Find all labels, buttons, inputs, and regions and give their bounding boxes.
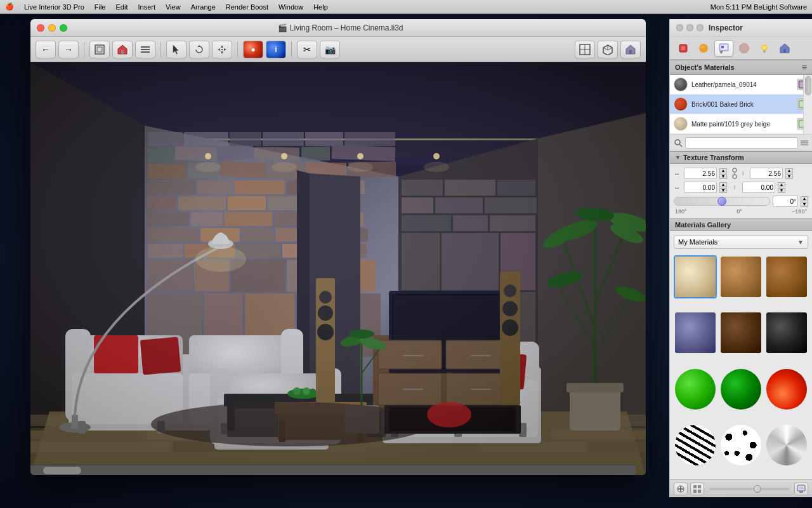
offset-y-stepper[interactable]: ▲ ▼: [778, 182, 785, 193]
gallery-dropdown[interactable]: My Materials ▼: [674, 235, 808, 249]
material-item-matte[interactable]: Matte paint/1019 grey beige: [670, 114, 812, 134]
gallery-item-11[interactable]: [765, 424, 808, 467]
gallery-item-2[interactable]: [765, 255, 808, 298]
svg-rect-1: [97, 47, 102, 52]
gallery-item-3[interactable]: [674, 311, 717, 354]
menu-app-name[interactable]: Live Interior 3D Pro: [24, 3, 84, 11]
tool-cut[interactable]: ✂: [297, 41, 317, 58]
gallery-add-button[interactable]: [674, 483, 688, 495]
svg-rect-245: [783, 49, 786, 53]
scale-y-stepper[interactable]: ▲ ▼: [785, 168, 793, 179]
gallery-item-5[interactable]: [765, 311, 808, 354]
gallery-size-slider[interactable]: [709, 488, 789, 490]
info-button[interactable]: i: [266, 41, 286, 58]
svg-line-253: [679, 144, 682, 147]
gallery-thumbnail-button[interactable]: [690, 483, 704, 495]
toolbar-sep-1: [84, 42, 84, 57]
scale-y-input[interactable]: [750, 168, 783, 179]
dropdown-arrow-icon: ▼: [797, 239, 804, 246]
rotation-slider-track[interactable]: [674, 197, 770, 206]
inspector-tab-house[interactable]: [775, 40, 794, 57]
rotation-value-input[interactable]: [773, 196, 798, 207]
inspector-tab-texture[interactable]: [735, 40, 754, 57]
scale-x-input[interactable]: [684, 168, 717, 179]
house-view-button[interactable]: [112, 41, 133, 58]
inspector-tab-material-sphere[interactable]: [694, 40, 713, 57]
rotation-label-180: 180°: [675, 208, 687, 215]
scale-y-down[interactable]: ▼: [785, 174, 793, 179]
viewport[interactable]: [30, 62, 646, 475]
scale-x-stepper[interactable]: ▲ ▼: [719, 168, 727, 179]
rotation-stepper[interactable]: ▲ ▼: [801, 196, 808, 207]
floor-plan-button[interactable]: [89, 41, 110, 58]
menu-render-boost[interactable]: Render Boost: [226, 3, 268, 11]
scale-x-up[interactable]: ▲: [719, 168, 727, 173]
close-button[interactable]: [37, 24, 44, 32]
select-tool[interactable]: [166, 41, 187, 58]
rotation-up[interactable]: ▲: [801, 196, 808, 201]
inspector-tab-light[interactable]: [755, 40, 774, 57]
nav-fwd-button[interactable]: →: [58, 41, 79, 58]
tool-camera[interactable]: 📷: [320, 41, 340, 58]
inspector-tab-object[interactable]: [674, 40, 693, 57]
filter-input[interactable]: [685, 137, 798, 149]
rotation-slider-thumb[interactable]: [717, 197, 726, 206]
gallery-size-thumb[interactable]: [754, 485, 761, 493]
maximize-button[interactable]: [60, 24, 67, 32]
offset-x-up[interactable]: ▲: [719, 182, 727, 187]
material-item-leather[interactable]: Leather/pamela_09014: [670, 75, 812, 95]
gallery-item-7[interactable]: [719, 368, 763, 411]
nav-back-button[interactable]: ←: [36, 41, 56, 58]
inspector-max[interactable]: [697, 24, 704, 31]
viewport-canvas[interactable]: [30, 62, 646, 475]
menu-arrange[interactable]: Arrange: [191, 3, 216, 11]
gallery-item-10[interactable]: [719, 424, 763, 467]
gallery-item-0[interactable]: [674, 255, 717, 298]
gallery-export-button[interactable]: [794, 483, 808, 495]
main-window: 🎬 Living Room – Home Cinema.li3d ← →: [30, 19, 646, 475]
offset-y-up[interactable]: ▲: [778, 182, 785, 187]
menu-insert[interactable]: Insert: [138, 3, 155, 11]
menu-file[interactable]: File: [95, 3, 106, 11]
view-3d-button[interactable]: [598, 41, 618, 58]
gallery-item-9[interactable]: [674, 424, 717, 467]
offset-x-input[interactable]: [684, 182, 717, 193]
home-3d-button[interactable]: [620, 41, 641, 58]
gallery-item-8[interactable]: [765, 368, 808, 411]
viewport-scrollbar-thumb[interactable]: [43, 467, 81, 474]
minimize-button[interactable]: [48, 24, 56, 32]
inspector-close[interactable]: [676, 24, 683, 31]
rotate-tool[interactable]: [189, 41, 209, 58]
gallery-item-1[interactable]: [719, 255, 763, 298]
rotation-labels: 180° 0° –180°: [674, 208, 808, 215]
scale-x-down[interactable]: ▼: [719, 174, 727, 179]
gallery-item-4[interactable]: [719, 311, 763, 354]
gallery-swatch-dark-wood: [721, 312, 761, 353]
section-options-icon[interactable]: ≡: [802, 62, 807, 72]
inspector-tab-paint[interactable]: [714, 40, 733, 57]
menu-help[interactable]: Help: [313, 3, 328, 11]
texture-collapse-arrow[interactable]: ▼: [675, 154, 681, 161]
menu-edit[interactable]: Edit: [116, 3, 128, 11]
offset-x-down[interactable]: ▼: [719, 188, 727, 193]
scale-y-up[interactable]: ▲: [785, 168, 793, 173]
move-tool[interactable]: [212, 41, 232, 58]
filter-list-icon[interactable]: [801, 139, 808, 147]
chain-link-icon[interactable]: [730, 168, 740, 178]
menu-view[interactable]: View: [166, 3, 181, 11]
offset-y-input[interactable]: [742, 182, 775, 193]
apple-menu[interactable]: 🍎: [5, 3, 14, 11]
rotation-down[interactable]: ▼: [801, 202, 808, 207]
offset-x-stepper[interactable]: ▲ ▼: [719, 182, 727, 193]
materials-scrollbar-thumb[interactable]: [805, 76, 811, 95]
view-2d-button[interactable]: [575, 41, 595, 58]
offset-y-down[interactable]: ▼: [778, 188, 785, 193]
list-view-button[interactable]: [135, 41, 155, 58]
inspector-min[interactable]: [686, 24, 693, 31]
render-sphere-button[interactable]: ●: [243, 41, 263, 58]
viewport-scrollbar[interactable]: [30, 465, 636, 475]
materials-scrollbar[interactable]: [803, 75, 812, 134]
material-item-brick[interactable]: Brick/001 Baked Brick: [670, 95, 812, 114]
menu-window[interactable]: Window: [278, 3, 303, 11]
gallery-item-6[interactable]: [674, 368, 717, 411]
